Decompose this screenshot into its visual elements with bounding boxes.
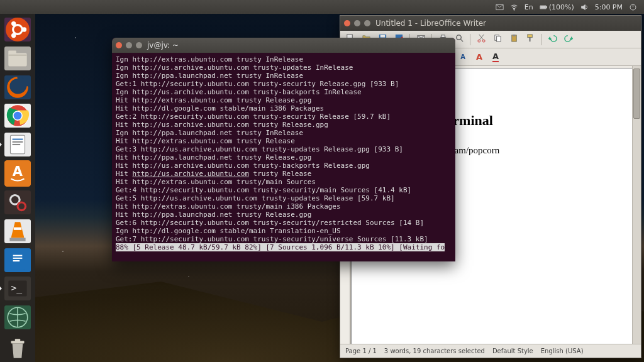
redo-button[interactable] xyxy=(562,33,575,47)
terminal-line: Get:6 http://security.ubuntu.com trusty-… xyxy=(116,219,452,227)
unity-launcher: A>_ xyxy=(0,14,35,362)
writer-title: Untitled 1 - LibreOffice Writer xyxy=(375,19,486,28)
status-word-count: 3 words, 19 characters selected xyxy=(384,348,485,354)
terminal-line: Ign http://extras.ubuntu.com trusty InRe… xyxy=(116,55,452,63)
terminal-icon: >_ xyxy=(4,277,31,300)
terminal-line: Hit http://extras.ubuntu.com trusty Rele… xyxy=(116,96,452,104)
amazon-icon: A xyxy=(4,162,31,185)
redo-icon xyxy=(564,33,574,45)
close-icon[interactable] xyxy=(344,20,350,26)
svg-rect-52 xyxy=(527,35,532,38)
status-page: Page 1 / 1 xyxy=(345,348,377,354)
svg-rect-37 xyxy=(15,339,20,341)
terminal-line: Hit http://us.archive.ubuntu.com trusty … xyxy=(116,170,452,178)
font-color-button[interactable]: A xyxy=(489,50,502,64)
terminal-line: Hit http://dl.google.com stable/main i38… xyxy=(116,104,452,112)
terminal-line: Hit http://extras.ubuntu.com trusty/main… xyxy=(116,202,452,211)
wifi-indicator[interactable] xyxy=(510,3,518,11)
document-app[interactable] xyxy=(3,247,32,273)
svg-rect-26 xyxy=(14,227,22,229)
terminal-line: Get:5 http://us.archive.ubuntu.com trust… xyxy=(116,194,452,202)
svg-point-25 xyxy=(18,202,26,211)
status-style: Default Style xyxy=(492,348,533,354)
session-indicator[interactable] xyxy=(629,3,637,11)
copy-button[interactable] xyxy=(491,33,504,47)
terminal-line: Hit http://ppa.launchpad.net trusty Rele… xyxy=(116,153,452,162)
firefox-app[interactable] xyxy=(3,74,32,101)
software-center-app[interactable] xyxy=(3,189,32,216)
terminal-line: Hit http://us.archive.ubuntu.com trusty … xyxy=(116,121,452,129)
copy-icon xyxy=(493,33,502,45)
language-indicator[interactable]: En xyxy=(525,3,533,11)
svg-rect-49 xyxy=(496,36,501,41)
svg-rect-27 xyxy=(9,238,25,241)
svg-rect-3 xyxy=(540,6,545,8)
trash-app[interactable] xyxy=(3,336,32,362)
terminal-line: Hit http://us.archive.ubuntu.com trusty-… xyxy=(116,162,452,170)
svg-rect-40 xyxy=(380,35,385,38)
clock-indicator[interactable]: 5:00 PM xyxy=(595,3,623,11)
minimize-icon[interactable] xyxy=(126,42,132,48)
svg-point-8 xyxy=(11,21,16,26)
svg-rect-11 xyxy=(8,50,16,54)
cut-icon xyxy=(477,33,486,45)
shrink-font-button[interactable]: A xyxy=(456,50,470,64)
gnome-terminal-window[interactable]: jv@jv: ~ Ign http://extras.ubuntu.com tr… xyxy=(112,38,455,261)
undo-icon xyxy=(548,33,557,45)
trash-icon xyxy=(4,337,31,361)
terminal-line: Hit http://extras.ubuntu.com trusty Rele… xyxy=(116,137,452,145)
libreoffice-writer-app[interactable] xyxy=(3,131,32,158)
svg-rect-31 xyxy=(13,260,20,261)
terminal-line: Ign http://ppa.launchpad.net trusty InRe… xyxy=(116,129,452,137)
browser-app[interactable] xyxy=(3,304,32,331)
terminal-title: jv@jv: ~ xyxy=(147,41,179,50)
terminal-line: Ign http://us.archive.ubuntu.com trusty-… xyxy=(116,88,452,96)
minimize-icon[interactable] xyxy=(354,20,360,26)
svg-point-9 xyxy=(11,33,16,38)
writer-statusbar: Page 1 / 1 3 words, 19 characters select… xyxy=(340,344,641,358)
mail-indicator[interactable] xyxy=(496,3,504,11)
svg-point-0 xyxy=(513,9,514,10)
maximize-icon[interactable] xyxy=(136,42,142,48)
maximize-icon[interactable] xyxy=(364,20,370,26)
vertical-scrollbar[interactable] xyxy=(632,66,641,344)
terminal-output[interactable]: Ign http://extras.ubuntu.com trusty InRe… xyxy=(112,53,455,261)
sound-indicator[interactable] xyxy=(580,3,589,11)
svg-point-45 xyxy=(456,35,461,40)
format-paint-button[interactable] xyxy=(523,33,537,47)
battery-indicator[interactable]: (100%) xyxy=(540,3,574,11)
terminal-line: Hit http://extras.ubuntu.com trusty/main… xyxy=(116,178,452,186)
dash-button[interactable] xyxy=(3,16,32,43)
terminal-line: Get:2 http://security.ubuntu.com trusty-… xyxy=(116,112,452,121)
svg-text:A: A xyxy=(13,164,23,179)
terminal-line: Ign http://dl.google.com stable/main Tra… xyxy=(116,227,452,235)
highlight-button[interactable]: A xyxy=(472,50,486,64)
top-panel: En (100%) 5:00 PM xyxy=(0,0,644,14)
paste-button[interactable] xyxy=(507,33,521,47)
svg-rect-21 xyxy=(13,144,21,145)
globe-icon xyxy=(4,305,31,329)
vlc-app[interactable] xyxy=(3,218,32,244)
svg-rect-44 xyxy=(441,35,445,38)
gears-icon xyxy=(4,190,31,214)
terminal-app[interactable]: >_ xyxy=(3,275,32,302)
undo-button[interactable] xyxy=(545,33,559,47)
terminal-line: Get:7 http://security.ubuntu.com trusty-… xyxy=(116,235,452,243)
paste-icon xyxy=(509,33,519,45)
close-icon[interactable] xyxy=(116,42,122,48)
amazon-app[interactable]: A xyxy=(3,160,32,187)
svg-rect-30 xyxy=(13,257,23,258)
clock-label: 5:00 PM xyxy=(595,3,623,11)
terminal-line: 88% [5 Release 48.7 kB/59.7 kB 82%] [7 S… xyxy=(116,243,452,251)
chrome-app[interactable] xyxy=(3,102,32,129)
battery-percentage-label: (100%) xyxy=(549,3,574,11)
status-language: English (USA) xyxy=(541,348,584,354)
svg-point-17 xyxy=(14,112,22,120)
svg-rect-20 xyxy=(13,141,23,143)
terminal-titlebar[interactable]: jv@jv: ~ xyxy=(112,38,455,53)
scrollbar-thumb[interactable] xyxy=(633,69,640,119)
doc-icon xyxy=(4,248,31,272)
cut-button[interactable] xyxy=(474,33,488,47)
files-app[interactable] xyxy=(3,45,32,72)
writer-titlebar[interactable]: Untitled 1 - LibreOffice Writer xyxy=(340,16,641,31)
